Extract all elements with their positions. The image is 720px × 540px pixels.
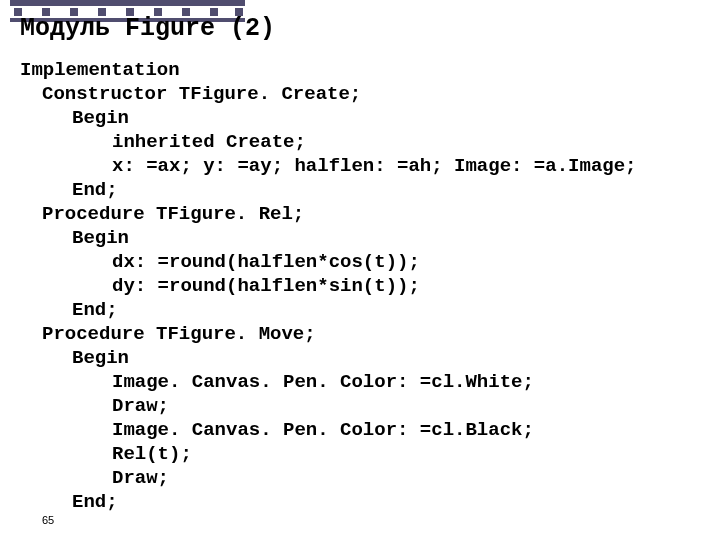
code-line: Image. Canvas. Pen. Color: =cl.White;	[20, 370, 637, 394]
code-line: Procedure TFigure. Move;	[20, 322, 637, 346]
code-line: Image. Canvas. Pen. Color: =cl.Black;	[20, 418, 637, 442]
code-line: dy: =round(halflen*sin(t));	[20, 274, 637, 298]
code-line: Procedure TFigure. Rel;	[20, 202, 637, 226]
code-line: inherited Create;	[20, 130, 637, 154]
code-line: End;	[20, 178, 637, 202]
code-line: Begin	[20, 106, 637, 130]
code-line: End;	[20, 490, 637, 514]
code-line: End;	[20, 298, 637, 322]
code-block: Implementation Constructor TFigure. Crea…	[20, 58, 637, 514]
code-line: Begin	[20, 346, 637, 370]
code-line: Constructor TFigure. Create;	[20, 82, 637, 106]
code-line: Rel(t);	[20, 442, 637, 466]
code-line: Implementation	[20, 58, 637, 82]
slide: Модуль Figure (2) Implementation Constru…	[0, 0, 720, 540]
code-line: Begin	[20, 226, 637, 250]
code-line: dx: =round(halflen*cos(t));	[20, 250, 637, 274]
slide-title: Модуль Figure (2)	[20, 14, 275, 43]
page-number: 65	[42, 514, 54, 526]
code-line: Draw;	[20, 466, 637, 490]
code-line: Draw;	[20, 394, 637, 418]
code-line: x: =ax; y: =ay; halflen: =ah; Image: =a.…	[20, 154, 637, 178]
